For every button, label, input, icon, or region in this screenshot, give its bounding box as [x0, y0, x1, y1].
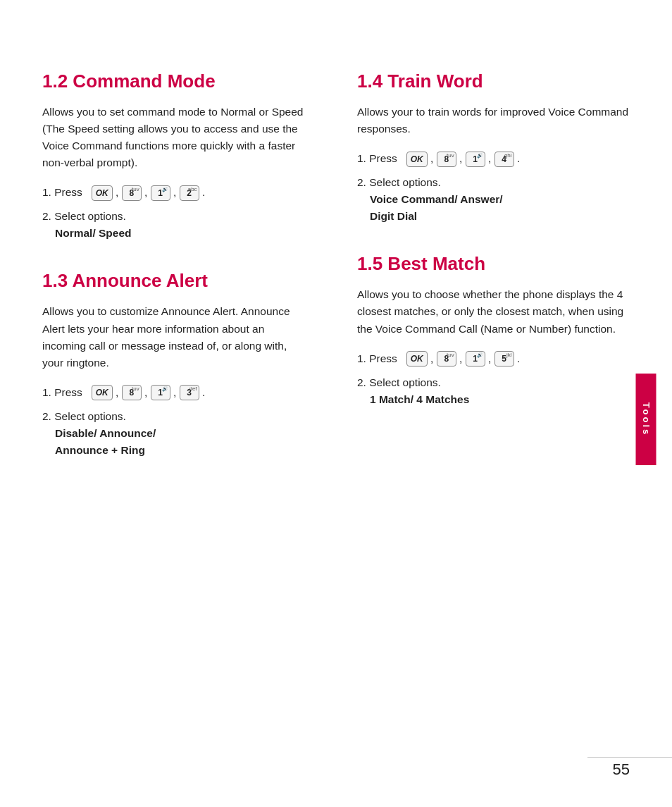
section-1-2: 1.2 Command Mode Allows you to set comma…	[42, 70, 308, 242]
section-1-2-step1: 1. Press OK , 8tuv , 1🔊 , 2abc .	[42, 184, 308, 201]
key-ok-15: OK	[406, 351, 428, 366]
key-8-12: 8tuv	[122, 185, 142, 201]
key-3-13: 3def	[180, 385, 199, 400]
step1-text-13: 1. Press	[42, 386, 82, 398]
section-1-2-title: 1.2 Command Mode	[42, 70, 308, 92]
key-2-12: 2abc	[180, 185, 199, 201]
section-1-4: 1.4 Train Word Allows your to train word…	[357, 70, 630, 225]
key-1-14: 1🔊	[466, 152, 485, 167]
step1-text: 1. Press	[42, 186, 82, 198]
section-1-2-step2: 2. Select options. Normal/ Speed	[42, 208, 308, 242]
section-1-3-title: 1.3 Announce Alert	[42, 270, 308, 292]
step1-text-14: 1. Press	[357, 152, 397, 164]
key-ok-14: OK	[406, 152, 428, 167]
step1-text-15: 1. Press	[357, 352, 397, 364]
key-1-12: 1🔊	[151, 185, 170, 201]
section-1-3-step2: 2. Select options. Disable/ Announce/Ann…	[42, 408, 308, 459]
key-4-14: 4ghi	[494, 152, 514, 167]
key-1-13: 1🔊	[151, 385, 170, 400]
section-1-4-title: 1.4 Train Word	[357, 70, 630, 92]
section-1-2-option: Normal/ Speed	[55, 225, 308, 242]
page-number: 55	[613, 760, 630, 779]
section-1-3-option: Disable/ Announce/Announce + Ring	[55, 425, 308, 459]
section-1-4-body: Allows your to train words for improved …	[357, 104, 630, 137]
key-ok-12: OK	[92, 185, 113, 201]
right-column: 1.4 Train Word Allows your to train word…	[350, 70, 630, 466]
section-1-2-body: Allows you to set command mode to Normal…	[42, 104, 308, 171]
section-1-5-title: 1.5 Best Match	[357, 253, 630, 275]
section-1-3-step1: 1. Press OK , 8tuv , 1🔊 , 3def .	[42, 384, 308, 401]
left-column: 1.2 Command Mode Allows you to set comma…	[42, 70, 322, 466]
key-ok-13: OK	[92, 385, 113, 400]
section-1-5-step2: 2. Select options. 1 Match/ 4 Matches	[357, 374, 630, 408]
section-1-4-option: Voice Command/ Answer/Digit Dial	[370, 191, 630, 225]
section-1-4-step2: 2. Select options. Voice Command/ Answer…	[357, 174, 630, 225]
section-1-5-option: 1 Match/ 4 Matches	[370, 391, 630, 408]
key-5-15: 5jkl	[494, 351, 514, 366]
section-1-5: 1.5 Best Match Allows you to choose whet…	[357, 253, 630, 407]
key-1-15: 1🔊	[466, 351, 485, 366]
content-grid: 1.2 Command Mode Allows you to set comma…	[42, 70, 630, 466]
key-8-14: 8tuv	[437, 152, 456, 167]
section-1-3: 1.3 Announce Alert Allows you to customi…	[42, 270, 308, 458]
side-tab: Tools	[636, 374, 657, 465]
bottom-divider	[587, 757, 672, 758]
page: 1.2 Command Mode Allows you to set comma…	[0, 0, 672, 807]
key-8-15: 8tuv	[437, 351, 456, 366]
section-1-5-body: Allows you to choose whether the phone d…	[357, 286, 630, 337]
section-1-3-body: Allows you to customize Announce Alert. …	[42, 303, 308, 371]
key-8-13: 8tuv	[122, 385, 142, 400]
section-1-4-step1: 1. Press OK , 8tuv , 1🔊 , 4ghi .	[357, 150, 630, 167]
section-1-5-step1: 1. Press OK , 8tuv , 1🔊 , 5jkl .	[357, 350, 630, 367]
